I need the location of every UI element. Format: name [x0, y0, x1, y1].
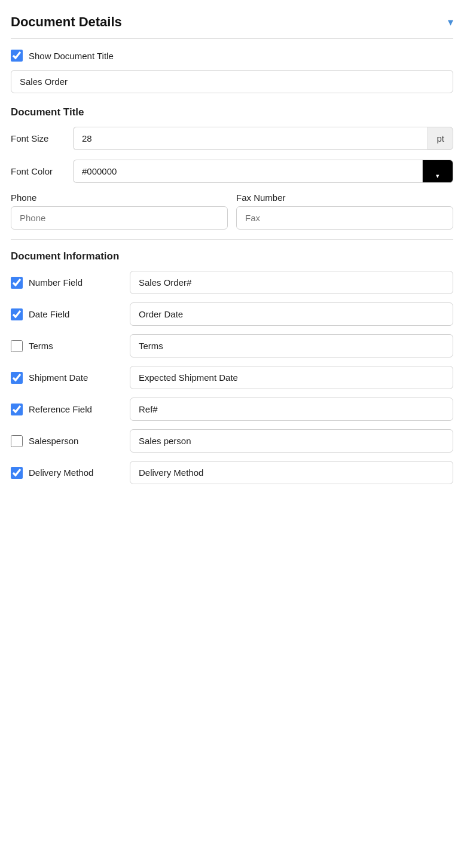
info-row-left-shipment_date: Shipment Date	[11, 372, 121, 384]
show-document-title-label: Show Document Title	[29, 51, 114, 61]
phone-label: Phone	[11, 192, 228, 203]
document-title-input-wrapper	[11, 70, 453, 93]
label-number_field: Number Field	[29, 277, 83, 288]
font-color-row: Font Color ▾	[11, 160, 453, 183]
input-delivery_method[interactable]	[130, 461, 453, 484]
section-header: Document Details ▾	[11, 14, 453, 39]
font-size-input[interactable]	[73, 127, 428, 150]
info-row-left-salesperson: Salesperson	[11, 435, 121, 447]
label-shipment_date: Shipment Date	[29, 372, 88, 383]
document-title-input[interactable]	[11, 70, 453, 93]
input-wrapper-date_field	[130, 302, 453, 326]
phone-group: Phone	[11, 192, 228, 230]
label-date_field: Date Field	[29, 309, 69, 319]
info-row-left-reference_field: Reference Field	[11, 404, 121, 415]
divider	[11, 239, 453, 240]
font-color-input[interactable]	[73, 160, 422, 183]
fax-label: Fax Number	[236, 192, 453, 203]
checkbox-number_field[interactable]	[11, 277, 23, 289]
checkbox-delivery_method[interactable]	[11, 467, 23, 479]
input-wrapper-delivery_method	[130, 461, 453, 484]
input-reference_field[interactable]	[130, 398, 453, 421]
phone-input[interactable]	[11, 206, 228, 230]
input-salesperson[interactable]	[130, 429, 453, 453]
input-wrapper-shipment_date	[130, 366, 453, 389]
font-size-row: Font Size pt	[11, 127, 453, 150]
font-size-label: Font Size	[11, 133, 65, 143]
section-title: Document Details	[11, 14, 122, 30]
show-document-title-row: Show Document Title	[11, 50, 453, 62]
input-wrapper-number_field	[130, 271, 453, 294]
fax-group: Fax Number	[236, 192, 453, 230]
document-title-subtitle: Document Title	[11, 106, 453, 118]
fax-input[interactable]	[236, 206, 453, 230]
info-row-left-date_field: Date Field	[11, 308, 121, 320]
info-row-reference_field: Reference Field	[11, 398, 453, 421]
info-row-terms: Terms	[11, 334, 453, 357]
font-size-group: pt	[73, 127, 453, 150]
checkbox-terms[interactable]	[11, 340, 23, 352]
phone-fax-section: Phone Fax Number	[11, 192, 453, 230]
info-row-left-delivery_method: Delivery Method	[11, 467, 121, 479]
input-wrapper-salesperson	[130, 429, 453, 453]
checkbox-shipment_date[interactable]	[11, 372, 23, 384]
info-row-delivery_method: Delivery Method	[11, 461, 453, 484]
font-color-label: Font Color	[11, 166, 65, 176]
font-color-group: ▾	[73, 160, 453, 183]
checkbox-reference_field[interactable]	[11, 404, 23, 415]
color-swatch-chevron-icon: ▾	[436, 172, 439, 180]
pt-unit-label: pt	[428, 127, 453, 150]
info-row-salesperson: Salesperson	[11, 429, 453, 453]
input-date_field[interactable]	[130, 302, 453, 326]
input-wrapper-reference_field	[130, 398, 453, 421]
checkbox-salesperson[interactable]	[11, 435, 23, 447]
input-terms[interactable]	[130, 334, 453, 357]
info-row-left-number_field: Number Field	[11, 277, 121, 289]
info-row-left-terms: Terms	[11, 340, 121, 352]
info-row-shipment_date: Shipment Date	[11, 366, 453, 389]
label-delivery_method: Delivery Method	[29, 467, 93, 478]
input-number_field[interactable]	[130, 271, 453, 294]
phone-fax-labels: Phone Fax Number	[11, 192, 453, 230]
input-shipment_date[interactable]	[130, 366, 453, 389]
color-swatch[interactable]: ▾	[422, 160, 453, 183]
checkbox-date_field[interactable]	[11, 308, 23, 320]
info-row-number_field: Number Field	[11, 271, 453, 294]
show-document-title-checkbox[interactable]	[11, 50, 23, 62]
input-wrapper-terms	[130, 334, 453, 357]
document-information-subtitle: Document Information	[11, 250, 453, 262]
info-row-date_field: Date Field	[11, 302, 453, 326]
label-salesperson: Salesperson	[29, 436, 78, 446]
label-reference_field: Reference Field	[29, 404, 92, 414]
chevron-down-icon[interactable]: ▾	[448, 16, 453, 29]
document-information-rows: Number FieldDate FieldTermsShipment Date…	[11, 271, 453, 484]
label-terms: Terms	[29, 341, 53, 351]
